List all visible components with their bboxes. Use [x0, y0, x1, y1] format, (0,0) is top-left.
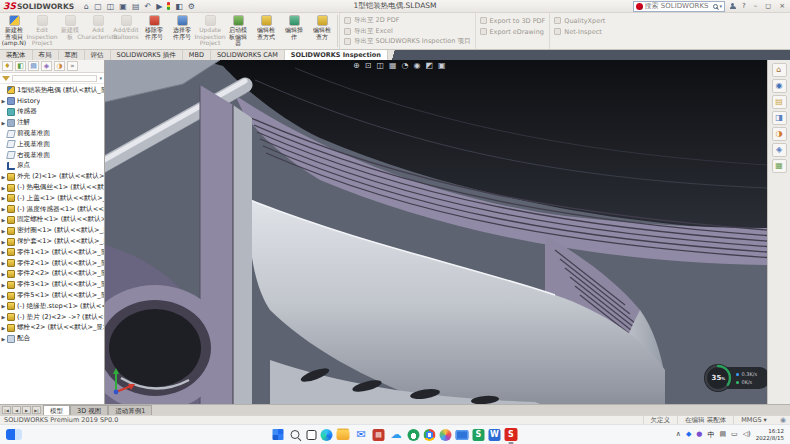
configurationmanager-tab[interactable]: ▤ [28, 61, 39, 71]
export-menu-item[interactable]: QualityXpert [554, 15, 605, 26]
commandmanager-tab[interactable]: 装配体 [0, 50, 33, 60]
tree-component[interactable]: ▶ (-) 绝缘垫.step<1> (默认<<默认> [0, 301, 104, 312]
help-search-box[interactable]: ▾ [633, 1, 726, 12]
search-input[interactable] [645, 2, 711, 10]
expand-arrow-icon[interactable]: ▶ [0, 206, 7, 212]
appearances-scenes-icon[interactable]: ◑ [772, 127, 787, 141]
search-dropdown-icon[interactable]: ▾ [720, 3, 723, 9]
export-menu-item[interactable]: 导出至 Excel [344, 26, 471, 37]
add-characteristic-button[interactable]: Add Characteristic [84, 13, 112, 49]
expand-arrow-icon[interactable]: ▶ [0, 336, 7, 342]
store-app[interactable]: ▤ [373, 429, 385, 441]
expand-arrow-icon[interactable]: ▶ [0, 293, 7, 299]
rebuild-traffic-light-icon[interactable] [167, 2, 170, 10]
expand-arrow-icon[interactable]: ▶ [0, 271, 7, 277]
tab-nav-arrow[interactable]: ◀ [12, 406, 21, 414]
tray-app-icon[interactable]: ● [696, 430, 702, 440]
options-gear-icon[interactable]: ⚙ [188, 2, 195, 11]
tree-component[interactable]: ▶ 保护套<1> (默认<<默认>_显示状 [0, 236, 104, 247]
tree-origin[interactable]: 原点 [0, 161, 104, 172]
home-icon[interactable]: ⌂ [84, 2, 89, 11]
tray-expand-icon[interactable]: ∧ [676, 430, 681, 440]
tray-display-icon[interactable]: ▭ [731, 430, 738, 440]
view-palette-icon[interactable]: ◨ [772, 111, 787, 125]
document-tab[interactable]: 3D 视图 [70, 405, 108, 415]
tree-component[interactable]: ▶ (-) 垫片 (2)<2> ->? (默认<<默认 [0, 312, 104, 323]
chrome-browser[interactable] [424, 429, 436, 441]
tree-component[interactable]: ▶ 零件2<2> (默认<<默认>_显示状态 [0, 269, 104, 280]
panel-tab-overflow[interactable]: » [67, 61, 78, 71]
commandmanager-tab[interactable]: 布局 [33, 50, 59, 60]
export-menu-item[interactable]: 导出至 2D PDF [344, 15, 471, 26]
tree-component[interactable]: ▶ 外壳 (2)<1> (默认<<默认>_显示状 [0, 171, 104, 182]
tab-nav-arrow[interactable]: ▶| [32, 406, 41, 414]
export-menu-item[interactable]: Export to 3D PDF [480, 15, 546, 26]
tree-right-plane[interactable]: 右视基准面 [0, 150, 104, 161]
tree-component[interactable]: ▶ 密封圈<1> (默认<<默认>_显示状 [0, 225, 104, 236]
export-menu-item[interactable]: 导出至 SOLIDWORKS Inspection 项目 [344, 36, 471, 47]
volume-icon[interactable]: ◁) [743, 430, 751, 440]
commandmanager-tab[interactable]: MBD [183, 50, 211, 60]
export-menu-item[interactable]: Net-Inspect [554, 26, 605, 37]
select-cursor-icon[interactable]: ▶ [156, 2, 162, 11]
green-app[interactable] [408, 429, 420, 441]
tree-component[interactable]: ▶ 零件1<1> (默认<<默认>_显示状态 [0, 247, 104, 258]
edit-inspection-project-button[interactable]: Edit Inspection Project [28, 13, 56, 49]
tray-security-icon[interactable]: ◆ [686, 430, 691, 440]
tree-sensors[interactable]: 传感器 [0, 107, 104, 118]
export-menu-item[interactable]: Export eDrawing [480, 26, 546, 37]
tree-component[interactable]: ▶ 零件5<1> (默认<<默认>_显示状态 [0, 290, 104, 301]
expand-arrow-icon[interactable]: ▶ [0, 185, 7, 191]
custom-properties-icon[interactable]: ◈ [772, 143, 787, 157]
commandmanager-tab[interactable]: 评估 [85, 50, 111, 60]
dimxpertmanager-tab[interactable]: ◈ [41, 61, 52, 71]
expand-arrow-icon[interactable]: ▶ [0, 195, 7, 201]
colorful-browser[interactable] [440, 429, 452, 441]
word-app[interactable]: W [489, 429, 501, 441]
propertymanager-tab[interactable]: ◧ [15, 61, 26, 71]
edit-operation-button[interactable]: 编辑操 作 [280, 13, 308, 49]
expand-arrow-icon[interactable]: ▶ [0, 325, 7, 331]
remove-balloon-button[interactable]: 移除零 件序号 [140, 13, 168, 49]
ime-indicator[interactable]: 中 [707, 430, 714, 440]
tab-nav-arrow[interactable]: ▶ [22, 406, 31, 414]
print-icon[interactable]: ▤ [132, 2, 140, 11]
new-inspection-project-button[interactable]: 新建检 查项目 (amp.N) [0, 13, 28, 49]
display-style-icon[interactable]: ◔ [402, 61, 409, 71]
cloud-app[interactable]: ☁ [389, 427, 404, 442]
tree-mates-folder[interactable]: ▶ 配合 [0, 333, 104, 344]
launch-template-editor-button[interactable]: 启动模 板编辑 器 [224, 13, 252, 49]
document-tab[interactable]: 模型 [43, 405, 70, 415]
open-file-icon[interactable]: ◫ [107, 2, 115, 11]
commandmanager-tab[interactable]: SOLIDWORKS Inspection [285, 50, 388, 60]
select-balloon-button[interactable]: 选择零 件序号 [168, 13, 196, 49]
edit-appearance-icon[interactable]: ◩ [426, 61, 434, 71]
taskbar-clock[interactable]: 16:12 2022/8/15 [756, 428, 784, 441]
edit-inspection-button[interactable]: 编辑检 查方 [308, 13, 336, 49]
search-button[interactable] [288, 427, 303, 442]
tree-root-assembly[interactable]: 1型铠装热电偶 (默认<默认_显示状态-1 [0, 85, 104, 96]
view-orientation-icon[interactable]: ▦ [389, 61, 397, 71]
wps-app[interactable]: S [473, 429, 485, 441]
filter-input[interactable] [12, 75, 97, 82]
tree-component[interactable]: ▶ (-) 热电偶丝<1> (默认<<默认>_显 [0, 182, 104, 193]
login-icon[interactable] [729, 3, 736, 10]
tree-annotations[interactable]: ▶ 注解 [0, 117, 104, 128]
tree-component[interactable]: ▶ (-) 温度传感器<1> (默认<<默认>_ [0, 204, 104, 215]
tree-front-plane[interactable]: 前视基准面 [0, 128, 104, 139]
expand-arrow-icon[interactable]: ▶ [0, 314, 7, 320]
file-properties-icon[interactable]: ◧ [175, 2, 183, 11]
undo-icon[interactable]: ↶ [144, 2, 151, 11]
add-edit-balloons-button[interactable]: Add/Edit Balloons [112, 13, 140, 49]
solidworks-app[interactable]: S [505, 428, 518, 441]
expand-arrow-icon[interactable]: ▶ [0, 217, 7, 223]
file-explorer[interactable] [337, 430, 350, 440]
zoom-area-icon[interactable]: ⊡ [365, 61, 372, 71]
expand-arrow-icon[interactable]: ▶ [0, 303, 7, 309]
start-button[interactable] [273, 429, 284, 440]
remote-desktop-app[interactable] [456, 430, 469, 440]
widgets-button[interactable] [6, 429, 22, 440]
tree-history-folder[interactable]: ▶ History [0, 96, 104, 107]
tree-component[interactable]: ▶ 零件2<1> (默认<<默认>_显示状态 [0, 258, 104, 269]
file-explorer-pane-icon[interactable]: ▤ [772, 95, 787, 109]
